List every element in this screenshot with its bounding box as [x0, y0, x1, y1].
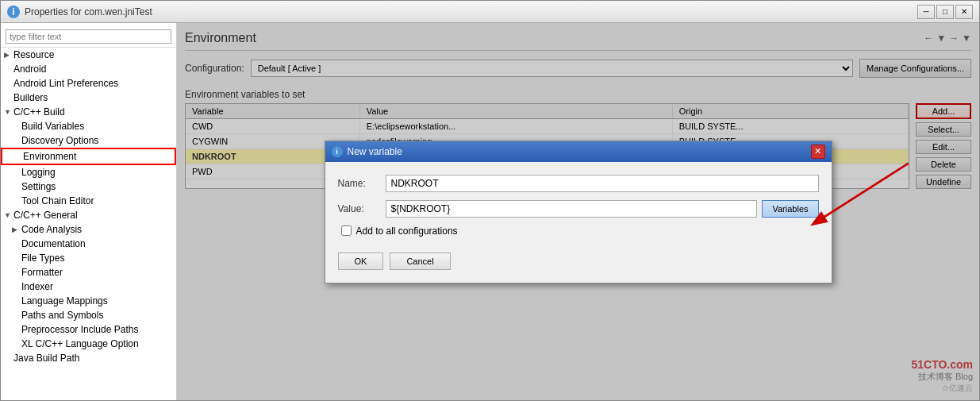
sidebar: ▶ Resource Android Android Lint Preferen…	[1, 23, 177, 400]
expand-icon: ▶	[4, 51, 12, 59]
sidebar-item-builders[interactable]: Builders	[1, 91, 176, 105]
cancel-button[interactable]: Cancel	[390, 253, 450, 270]
modal-icon: i	[332, 146, 343, 157]
sidebar-item-cpp-general[interactable]: ▼ C/C++ General	[1, 208, 176, 222]
sidebar-item-cpp-build[interactable]: ▼ C/C++ Build	[1, 105, 176, 119]
window-title: Properties for com.wen.jniTest	[25, 6, 152, 17]
expand-icon: ▼	[4, 211, 12, 219]
sidebar-item-indexer[interactable]: Indexer	[1, 280, 176, 294]
add-to-all-label: Add to all configurations	[356, 226, 458, 237]
variables-button[interactable]: Variables	[762, 200, 818, 218]
sidebar-item-resource[interactable]: ▶ Resource	[1, 48, 176, 62]
sidebar-item-java-build-path[interactable]: Java Build Path	[1, 351, 176, 365]
modal-close-button[interactable]: ✕	[811, 145, 825, 159]
filter-box	[1, 26, 176, 48]
window-icon: i	[7, 6, 20, 18]
sidebar-item-settings[interactable]: Settings	[1, 179, 176, 194]
sidebar-item-xl-cpp[interactable]: XL C/C++ Language Option	[1, 337, 176, 351]
maximize-btn[interactable]: □	[936, 5, 954, 19]
sidebar-item-build-variables[interactable]: Build Variables	[1, 119, 176, 133]
value-input[interactable]	[386, 200, 758, 218]
minimize-btn[interactable]: ─	[917, 5, 935, 19]
window-controls: ─ □ ✕	[917, 5, 973, 19]
sidebar-item-environment[interactable]: Environment	[1, 148, 176, 165]
new-variable-modal: i New variable ✕ Name: Value:	[325, 141, 832, 283]
modal-title-text: New variable	[348, 146, 402, 157]
modal-overlay: i New variable ✕ Name: Value:	[177, 23, 979, 400]
value-input-group: Variables	[386, 200, 819, 218]
titlebar: i Properties for com.wen.jniTest ─ □ ✕	[1, 1, 979, 23]
sidebar-item-file-types[interactable]: File Types	[1, 251, 176, 265]
sidebar-item-formatter[interactable]: Formatter	[1, 265, 176, 280]
titlebar-left: i Properties for com.wen.jniTest	[7, 6, 152, 18]
sidebar-item-toolchain-editor[interactable]: Tool Chain Editor	[1, 194, 176, 208]
sidebar-item-android-lint[interactable]: Android Lint Preferences	[1, 76, 176, 91]
sidebar-item-preprocessor-include[interactable]: Preprocessor Include Paths	[1, 322, 176, 337]
sidebar-item-discovery-options[interactable]: Discovery Options	[1, 133, 176, 148]
add-to-all-checkbox[interactable]	[341, 226, 352, 236]
ok-button[interactable]: OK	[338, 253, 384, 270]
modal-titlebar: i New variable ✕	[325, 141, 832, 162]
modal-title-left: i New variable	[332, 146, 402, 157]
sidebar-item-documentation[interactable]: Documentation	[1, 237, 176, 251]
add-to-all-row: Add to all configurations	[338, 226, 819, 237]
main-window: i Properties for com.wen.jniTest ─ □ ✕ ▶…	[0, 0, 980, 401]
modal-body: Name: Value: Variables Add	[325, 162, 832, 283]
modal-footer: OK Cancel	[338, 248, 819, 270]
name-input[interactable]	[386, 175, 819, 192]
sidebar-item-logging[interactable]: Logging	[1, 165, 176, 179]
sidebar-item-code-analysis[interactable]: ▶ Code Analysis	[1, 222, 176, 237]
value-label: Value:	[338, 203, 386, 214]
close-btn[interactable]: ✕	[955, 5, 973, 19]
name-row: Name:	[338, 175, 819, 192]
filter-input[interactable]	[6, 29, 171, 44]
right-panel: Environment ← ▼ → ▼ Configuration: Defau…	[177, 23, 979, 400]
expand-icon: ▶	[12, 226, 20, 233]
name-label: Name:	[338, 178, 386, 189]
sidebar-item-language-mappings[interactable]: Language Mappings	[1, 294, 176, 308]
main-content: ▶ Resource Android Android Lint Preferen…	[1, 23, 979, 400]
expand-icon: ▼	[4, 108, 12, 116]
value-row: Value: Variables	[338, 200, 819, 218]
sidebar-item-android[interactable]: Android	[1, 62, 176, 76]
sidebar-item-paths-symbols[interactable]: Paths and Symbols	[1, 308, 176, 322]
